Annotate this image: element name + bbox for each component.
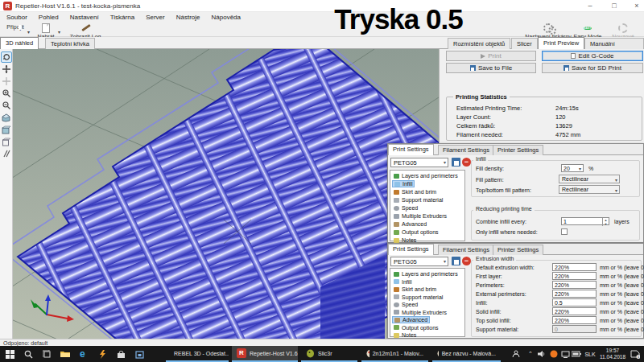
default-extrusion-input[interactable]: 220% (552, 263, 597, 271)
tab-manual-control[interactable]: Manuální ovládání (584, 38, 644, 49)
connection-status: Odpojeno: default (3, 340, 47, 346)
tree-layers[interactable]: Layers and perimeters (392, 270, 460, 278)
tree-speed[interactable]: Speed (392, 301, 419, 308)
tab-printer-settings[interactable]: Printer Settings (493, 245, 543, 255)
extruders-icon (394, 310, 399, 315)
tab-filament-settings[interactable]: Filament Settings (438, 245, 494, 255)
tree-skirt[interactable]: Skirt and brim (392, 286, 438, 293)
tab-temperature-curve[interactable]: Teplotní křivka (45, 38, 95, 49)
menu-server[interactable]: Server (146, 14, 165, 21)
only-infill-checkbox[interactable] (561, 228, 568, 235)
close-button[interactable]: × (628, 0, 644, 11)
front-view-button[interactable] (1, 124, 12, 135)
connect-button[interactable]: Připojit (5, 23, 26, 30)
top-bottom-pattern-select[interactable]: Rectilinear▾ (559, 185, 620, 194)
zoom-in-button[interactable] (1, 88, 12, 99)
move-view-button[interactable] (1, 64, 12, 75)
edit-gcode-button[interactable]: Edit G-Code (542, 51, 643, 61)
menu-nastaveni[interactable]: Nastavení (70, 14, 99, 21)
tab-3d-view[interactable]: 3D náhled (0, 37, 39, 49)
language-indicator[interactable]: SLK (582, 346, 598, 362)
tab-printer-settings[interactable]: Printer Settings (493, 145, 543, 155)
tree-notes[interactable]: Notes (392, 331, 418, 339)
print-button[interactable]: Print (446, 51, 536, 61)
parallel-projection-button[interactable] (1, 148, 12, 159)
load-dropdown-icon[interactable]: ▾ (58, 29, 60, 35)
connect-dropdown-icon[interactable]: ▾ (27, 29, 30, 35)
delete-profile-icon[interactable]: − (462, 158, 471, 167)
antivirus-icon[interactable] (548, 346, 559, 362)
rotate-view-button[interactable] (1, 51, 12, 63)
battery-icon[interactable] (571, 346, 582, 362)
slicer-settings-window-advanced: Print Settings Filament Settings Printer… (387, 243, 644, 339)
tree-skirt[interactable]: Skirt and brim (392, 188, 438, 195)
tree-layers[interactable]: Layers and perimeters (392, 172, 460, 179)
top-solid-infill-input[interactable]: 220% (552, 316, 597, 324)
minimize-button[interactable]: – (581, 0, 599, 11)
tree-speed[interactable]: Speed (392, 204, 419, 212)
lightning-app-icon[interactable] (94, 348, 110, 360)
tree-advanced[interactable]: Advanced (392, 316, 430, 323)
infill-width-input[interactable]: 0.5 (552, 298, 597, 306)
tab-slicer[interactable]: Slicer (511, 38, 538, 49)
menu-pohled[interactable]: Pohled (39, 14, 59, 21)
fill-density-input[interactable]: 20▾ (561, 164, 584, 172)
taskbar-app-slic3r[interactable]: Slic3r (301, 346, 357, 362)
taskbar-app-paint-2[interactable]: Bez názvu - Malová... (432, 346, 501, 362)
taskbar-app-firefox[interactable]: REBEL 3D - Odeslat... (166, 346, 229, 362)
menu-soubor[interactable]: Soubor (6, 14, 27, 21)
taskbar-app-repetier[interactable]: R Repetier-Host V1.6... (232, 346, 298, 362)
save-profile-icon[interactable] (452, 257, 460, 265)
top-view-button[interactable] (1, 136, 12, 147)
fill-pattern-select[interactable]: Rectilinear▾ (559, 175, 620, 183)
menu-napoveda[interactable]: Nápověda (212, 14, 241, 21)
edge-icon[interactable]: e (76, 348, 92, 360)
tree-infill[interactable]: Infill (392, 278, 413, 286)
network-icon[interactable] (559, 346, 571, 362)
profile-select[interactable]: PETG05▾ (390, 158, 448, 167)
external-perimeters-input[interactable]: 220% (552, 290, 597, 298)
perimeters-input[interactable]: 220% (552, 281, 597, 289)
isometric-view-button[interactable] (1, 112, 12, 123)
taskbar-app-paint-1[interactable]: 2n12m1n1 - Malov... (361, 346, 428, 362)
first-layer-input[interactable]: 220% (552, 272, 597, 280)
file-explorer-icon[interactable] (57, 348, 73, 360)
save-profile-icon[interactable] (452, 158, 460, 167)
clock[interactable]: 19:57 11.04.2018 (599, 346, 626, 362)
tree-extruders[interactable]: Multiple Extruders (392, 212, 448, 220)
profile-select[interactable]: PETG05▾ (390, 257, 448, 266)
printer-app-icon[interactable] (131, 348, 147, 360)
menu-tiskarna[interactable]: Tiskárna (110, 14, 134, 21)
search-icon[interactable] (20, 348, 36, 360)
tree-extruders[interactable]: Multiple Extruders (392, 309, 448, 316)
tree-output[interactable]: Output options (392, 324, 440, 331)
tab-print-settings[interactable]: Print Settings (388, 244, 434, 255)
tree-support[interactable]: Support material (392, 294, 444, 301)
tree-advanced[interactable]: Advanced (392, 220, 428, 228)
tab-print-settings[interactable]: Print Settings (388, 144, 434, 155)
easy-mode-icon: EASY (573, 23, 602, 33)
save-for-sd-button[interactable]: Save for SD Print (542, 63, 643, 73)
notification-center-icon[interactable]: 1 (628, 346, 642, 362)
move-object-button[interactable] (1, 76, 12, 87)
tree-support[interactable]: Support material (392, 196, 444, 204)
start-button[interactable] (2, 348, 18, 360)
store-icon[interactable] (113, 348, 129, 360)
menu-nastroje[interactable]: Nástroje (176, 14, 200, 21)
tab-print-preview[interactable]: Print Preview (538, 37, 584, 49)
solid-infill-input[interactable]: 220% (552, 307, 597, 315)
tray-expand-icon[interactable]: ⌃ (526, 346, 535, 362)
maximize-button[interactable]: □ (605, 0, 623, 11)
tab-filament-settings[interactable]: Filament Settings (438, 145, 494, 155)
save-to-file-button[interactable]: Save to File (446, 63, 536, 73)
delete-profile-icon[interactable]: − (462, 257, 471, 265)
task-view-icon[interactable] (39, 348, 55, 360)
tree-infill[interactable]: Infill (392, 180, 415, 187)
volume-icon[interactable] (536, 346, 547, 362)
tree-output[interactable]: Output options (392, 228, 440, 236)
combine-infill-input[interactable]: 1▲▼ (561, 217, 609, 225)
viewport-3d[interactable] (0, 49, 439, 339)
tab-object-placement[interactable]: Rozmístění objektů (448, 38, 510, 49)
zoom-out-button[interactable] (1, 100, 12, 111)
people-icon[interactable] (510, 346, 522, 362)
